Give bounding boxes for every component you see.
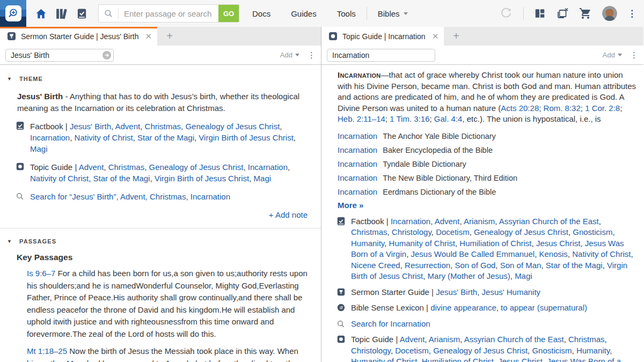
inline-topic-link[interactable]: Genealogy of Jesus Christ	[433, 346, 528, 355]
go-arrow-icon[interactable]	[103, 51, 111, 60]
entry-term-link[interactable]: Incarnation	[338, 131, 377, 141]
go-button[interactable]: GO	[218, 4, 239, 23]
inline-topic-link[interactable]: Genealogy of Jesus Christ	[474, 227, 568, 237]
inline-topic-link[interactable]: Humanity	[576, 346, 610, 355]
search-input[interactable]	[119, 9, 218, 18]
inline-topic-link[interactable]: Jesus' Birth	[70, 122, 111, 131]
inline-topic-link[interactable]: Humanity of Christ	[389, 239, 455, 248]
library-button[interactable]	[51, 0, 71, 27]
inline-topic-link[interactable]: Jesus Christ	[536, 239, 581, 248]
sync-icon[interactable]	[499, 6, 513, 20]
tab-topic-guide[interactable]: Topic Guide | Incarnation ✕	[321, 27, 444, 46]
inline-topic-link[interactable]: Magi	[30, 144, 48, 153]
guide-topic-input[interactable]	[6, 49, 113, 61]
inline-topic-link[interactable]: Virgin Birth of Jesus Christ	[199, 133, 293, 142]
inline-topic-link[interactable]: Son of God	[455, 261, 495, 270]
guide-topic-input[interactable]	[327, 49, 435, 61]
entry-term-link[interactable]: Incarnation	[338, 187, 377, 196]
inline-topic-link[interactable]: Mary (Mother of Jesus)	[428, 271, 510, 280]
inline-topic-link[interactable]: Genealogy of Jesus Christ	[185, 122, 280, 131]
new-tab-button[interactable]: +	[157, 27, 182, 46]
new-tab-button[interactable]: +	[444, 27, 469, 46]
inline-topic-link[interactable]: Resurrection	[405, 261, 450, 270]
inline-topic-link[interactable]: Arianism	[464, 217, 495, 226]
inline-topic-link[interactable]: Nativity of Christ	[75, 133, 133, 142]
collapse-arrow-icon[interactable]: ▼	[7, 76, 12, 82]
entry-term-link[interactable]: Incarnation	[338, 159, 377, 168]
passage-guide-button[interactable]	[71, 0, 92, 27]
nav-docs[interactable]: Docs	[252, 9, 270, 18]
inline-topic-link[interactable]: to appear (supernatural)	[501, 303, 587, 312]
inline-topic-link[interactable]: Jesus Christ	[498, 357, 543, 362]
inline-topic-link[interactable]: Incarnation	[30, 133, 70, 142]
bible-reference-link[interactable]: 1 Cor. 2:8	[585, 104, 620, 113]
inline-topic-link[interactable]: Advent	[435, 217, 460, 226]
layouts-icon[interactable]	[534, 8, 546, 19]
add-section-button[interactable]: Add	[603, 51, 622, 59]
inline-topic-link[interactable]: Jesus Would Be Called Emmanuel	[411, 249, 535, 258]
entry-term-link[interactable]: Incarnation	[338, 145, 377, 154]
inline-topic-link[interactable]: Kenosis	[539, 249, 567, 258]
more-link[interactable]: More »	[338, 201, 643, 210]
inline-topic-link[interactable]: Arianism	[429, 335, 460, 344]
inline-topic-link[interactable]: Star of the Magi	[93, 174, 150, 183]
inline-topic-link[interactable]: Magi	[254, 174, 272, 183]
panel-menu-icon[interactable]: ⋮	[308, 50, 316, 60]
inline-topic-link[interactable]: Gnosticism	[532, 346, 572, 355]
overflow-menu-icon[interactable]: ⋮	[627, 9, 636, 18]
collapse-arrow-icon[interactable]: ▼	[7, 239, 12, 244]
inline-topic-link[interactable]: Humiliation of Christ	[459, 239, 531, 248]
passage-ref-link[interactable]: Is 9:6–7	[27, 269, 55, 278]
search-for-link[interactable]: Search for “Jesus' Birth”, Advent, Chris…	[30, 192, 230, 201]
inline-topic-link[interactable]: Advent	[79, 162, 104, 172]
add-note-link[interactable]: + Add note	[269, 210, 308, 219]
cart-icon[interactable]	[579, 7, 592, 20]
tab-sermon-starter-guide[interactable]: Sermon Starter Guide | Jesus' Birth ✕	[0, 27, 157, 46]
inline-topic-link[interactable]: Jesus' Birth	[436, 287, 477, 297]
inline-topic-link[interactable]: Christmas	[568, 335, 605, 344]
close-tab-icon[interactable]: ✕	[145, 32, 152, 41]
add-section-button[interactable]: Add	[280, 51, 299, 59]
inline-topic-link[interactable]: Nativity of Christ	[572, 249, 631, 258]
bible-reference-link[interactable]: 1 Tim. 3:16	[390, 114, 429, 123]
panel-menu-icon[interactable]: ⋮	[630, 50, 638, 60]
logos-app-logo[interactable]	[0, 0, 26, 27]
nav-guides[interactable]: Guides	[291, 9, 317, 18]
inline-topic-link[interactable]: Virgin Birth of Jesus Christ	[155, 174, 249, 183]
inline-topic-link[interactable]: Christmas	[145, 122, 181, 131]
inline-topic-link[interactable]: Docetism	[395, 346, 429, 355]
passage-ref-link[interactable]: Mt 1:18–25	[27, 346, 67, 356]
close-all-panels-icon[interactable]	[556, 7, 569, 20]
inline-topic-link[interactable]: Assyrian Church of the East	[464, 335, 564, 344]
inline-topic-link[interactable]: Advent	[400, 335, 425, 344]
inline-topic-link[interactable]: Star of the Magi	[546, 261, 603, 270]
bible-reference-link[interactable]: Rom. 8:32	[544, 104, 581, 113]
inline-topic-link[interactable]: Nicene Creed	[351, 261, 400, 270]
inline-topic-link[interactable]: Incarnation	[248, 162, 288, 172]
inline-topic-link[interactable]: Christmas	[108, 162, 145, 172]
inline-topic-link[interactable]: Jesus' Humanity	[482, 287, 541, 297]
search-for-link[interactable]: Search for Incarnation	[351, 319, 430, 328]
inline-topic-link[interactable]: Genealogy of Jesus Christ	[149, 162, 244, 172]
inline-topic-link[interactable]: Incarnation	[391, 217, 430, 226]
inline-topic-link[interactable]: Christology	[392, 227, 431, 237]
inline-topic-link[interactable]: Son of Man	[500, 261, 541, 270]
inline-topic-link[interactable]: Nativity of Christ	[30, 174, 89, 183]
bibles-dropdown[interactable]: Bibles	[378, 9, 408, 18]
bible-reference-link[interactable]: Acts 20:28	[501, 104, 539, 113]
nav-tools[interactable]: Tools	[337, 9, 356, 18]
inline-topic-link[interactable]: Humiliation of Christ	[422, 357, 494, 362]
avatar[interactable]	[602, 6, 617, 21]
home-button[interactable]	[31, 0, 51, 27]
entry-term-link[interactable]: Incarnation	[338, 173, 377, 182]
bible-reference-link[interactable]: Heb. 2:11–14	[338, 114, 385, 123]
inline-topic-link[interactable]: Humanity of Christ	[351, 357, 417, 362]
close-tab-icon[interactable]: ✕	[432, 32, 439, 41]
inline-topic-link[interactable]: Gnosticism	[573, 227, 612, 237]
inline-topic-link[interactable]: Humanity	[351, 239, 384, 248]
bible-reference-link[interactable]: Gal. 4:4	[434, 114, 463, 123]
inline-topic-link[interactable]: Magi	[515, 271, 532, 280]
inline-topic-link[interactable]: Christology	[351, 346, 391, 355]
inline-topic-link[interactable]: Star of the Magi	[137, 133, 194, 142]
inline-topic-link[interactable]: Assyrian Church of the East	[499, 217, 599, 226]
